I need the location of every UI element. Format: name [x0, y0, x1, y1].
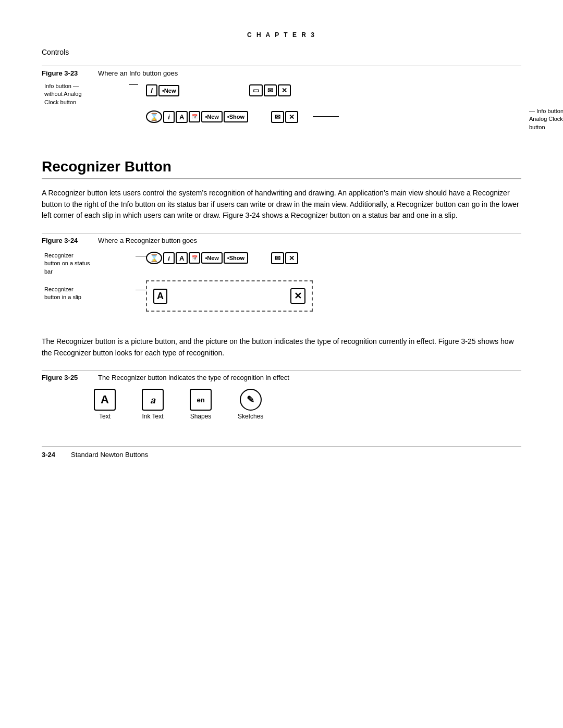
fig23-top-toolbar: i •New ▭ ✉ ✕	[146, 84, 291, 96]
figure25-caption: The Recognizer button indicates the type…	[98, 374, 289, 381]
recognizer-btn-bottom: A	[176, 111, 188, 123]
footer-page-num: 3-24	[42, 451, 55, 459]
info-btn-top: i	[146, 84, 157, 96]
fig24-slip-box: A ✕	[146, 280, 313, 312]
figure24-label: Figure 3-24	[42, 237, 89, 244]
fig25-icon-shapes: en	[190, 389, 212, 411]
analog-btn: ⌛	[146, 110, 162, 123]
f24-date-btn: 📅	[189, 252, 200, 264]
figure25-icons: A Text 𝐚 Ink Text en Shapes ✎ Sketches	[94, 389, 521, 420]
body-text-1: A Recognizer button lets users control t…	[42, 188, 521, 221]
fig25-item-shapes: en Shapes	[190, 389, 212, 420]
figure25-label: Figure 3-25	[42, 374, 89, 381]
fig25-item-text: A Text	[94, 389, 116, 420]
fig24-annot-slip: Recognizerbutton in a slip	[44, 286, 136, 302]
f24-slip-recognizer: A	[153, 289, 167, 304]
fig25-item-inktext: 𝐚 Ink Text	[142, 389, 164, 420]
f24-recognizer-btn: A	[176, 252, 188, 264]
fig25-label-inktext: Ink Text	[142, 413, 163, 420]
f24-info-btn: i	[163, 252, 175, 264]
fig25-label-sketches: Sketches	[238, 413, 263, 420]
fig23-bottom-toolbar: ⌛ i A 📅 •New •Show ✉ ✕	[146, 110, 298, 123]
fig25-icon-text: A	[94, 389, 116, 411]
fig24-statusbar: ⌛ i A 📅 •New •Show ✉ ✕	[146, 252, 298, 264]
fig25-label-text: Text	[99, 413, 111, 420]
footer-text: Standard Newton Buttons	[71, 451, 148, 459]
fig24-annot-statusbar: Recognizerbutton on a statusbar	[44, 252, 136, 276]
f24-mail-btn: ✉	[271, 252, 284, 264]
show-btn-bottom: •Show	[224, 111, 248, 122]
mail-btn-bottom: ✉	[271, 111, 284, 123]
figure23-label: Figure 3-23	[42, 69, 89, 77]
f24-slip-close: ✕	[290, 288, 305, 304]
new-btn-bottom: •New	[201, 111, 222, 122]
chapter-label: C H A P T E R 3	[42, 31, 521, 39]
f24-analog-btn: ⌛	[146, 252, 162, 264]
figure23-caption: Where an Info button goes	[98, 69, 178, 77]
recognizer-heading: Recognizer Button	[42, 158, 521, 179]
info-btn-bottom: i	[163, 111, 175, 123]
fig25-item-sketches: ✎ Sketches	[238, 389, 263, 420]
fig25-icon-sketches: ✎	[240, 389, 262, 411]
close-btn-bottom: ✕	[285, 111, 298, 123]
figure24-caption: Where a Recognizer button goes	[98, 237, 197, 244]
fig23-annot-right: — Info button withAnalog Clockbutton	[529, 107, 563, 131]
fig25-icon-inktext: 𝐚	[142, 389, 164, 411]
f24-close-btn: ✕	[285, 252, 298, 264]
figure25-header: Figure 3-25 The Recognizer button indica…	[42, 370, 521, 381]
fig25-label-shapes: Shapes	[190, 413, 212, 420]
new-btn-top: •New	[158, 85, 179, 96]
fig23-annot-left: Info button —without AnalogClock button	[44, 82, 133, 106]
f24-show-btn: •Show	[224, 252, 248, 264]
body-text-2: The Recognizer button is a picture butto…	[42, 336, 521, 359]
footer: 3-24 Standard Newton Buttons	[42, 446, 521, 459]
section-title: Controls	[42, 48, 521, 56]
close-btn-top: ✕	[278, 84, 291, 96]
figure23-header: Figure 3-23 Where an Info button goes	[42, 66, 521, 77]
f24-new-btn: •New	[201, 252, 222, 264]
date-btn-bottom: 📅	[189, 111, 200, 122]
figure24-header: Figure 3-24 Where a Recognizer button go…	[42, 233, 521, 244]
mail-btn-top: ✉	[264, 84, 277, 96]
doc-btn-top: ▭	[249, 84, 263, 96]
